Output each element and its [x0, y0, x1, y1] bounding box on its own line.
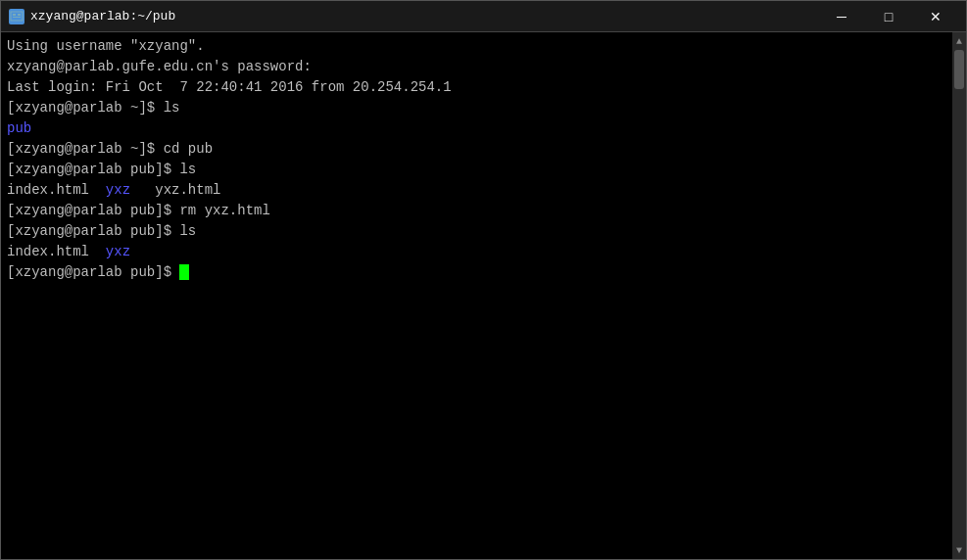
svg-rect-0: [11, 12, 23, 21]
terminal-line-6: [xzyang@parlab ~]$ cd pub: [7, 139, 946, 160]
terminal-output[interactable]: Using username "xzyang". xzyang@parlab.g…: [1, 32, 952, 559]
close-button[interactable]: ✕: [913, 1, 958, 32]
titlebar: xzyang@parlab:~/pub ─ □ ✕: [1, 1, 966, 32]
svg-rect-3: [13, 17, 21, 18]
scrollbar-track: [952, 48, 966, 543]
terminal-cursor: [179, 264, 189, 280]
terminal-line-1: Using username "xzyang".: [7, 36, 946, 57]
terminal-line-2: xzyang@parlab.gufe.edu.cn's password:: [7, 57, 946, 77]
terminal-line-9: [xzyang@parlab pub]$ rm yxz.html: [7, 201, 946, 221]
terminal-line-7: [xzyang@parlab pub]$ ls: [7, 160, 946, 180]
window-title: xzyang@parlab:~/pub: [30, 9, 819, 23]
app-icon: [9, 9, 24, 24]
terminal-line-12: [xzyang@parlab pub]$: [7, 262, 946, 283]
maximize-button[interactable]: □: [866, 1, 911, 32]
minimize-button[interactable]: ─: [819, 1, 864, 32]
window-controls: ─ □ ✕: [819, 1, 958, 32]
scroll-up-arrow[interactable]: ▲: [952, 34, 966, 48]
terminal-line-4: [xzyang@parlab ~]$ ls: [7, 98, 946, 118]
terminal-line-10: [xzyang@parlab pub]$ ls: [7, 221, 946, 242]
scroll-down-arrow[interactable]: ▼: [952, 543, 966, 557]
scrollbar-thumb[interactable]: [954, 50, 964, 89]
terminal-line-3: Last login: Fri Oct 7 22:40:41 2016 from…: [7, 77, 946, 98]
terminal-window: xzyang@parlab:~/pub ─ □ ✕ Using username…: [0, 0, 967, 560]
terminal-container: Using username "xzyang". xzyang@parlab.g…: [1, 32, 966, 559]
terminal-line-5: pub: [7, 118, 946, 139]
svg-rect-1: [13, 14, 16, 16]
terminal-line-11: index.html yxz: [7, 242, 946, 262]
scrollbar: ▲ ▼: [952, 32, 966, 559]
terminal-line-8: index.html yxz yxz.html: [7, 180, 946, 201]
svg-rect-2: [18, 14, 21, 16]
